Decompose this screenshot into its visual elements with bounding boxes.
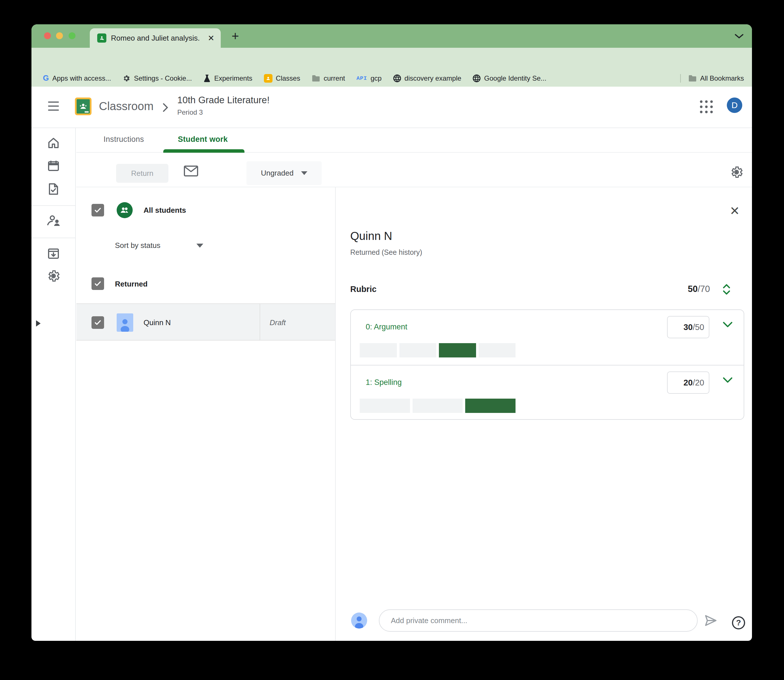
globe-icon xyxy=(393,74,401,82)
classroom-header: Classroom 10th Grade Literature! Period … xyxy=(31,87,752,128)
folder-icon xyxy=(312,75,320,82)
bookmark-item[interactable]: Experiments xyxy=(203,74,252,82)
browser-tabstrip: Romeo and Juliet analysis. ✕ + xyxy=(31,24,752,48)
classroom-logo-icon[interactable] xyxy=(75,98,91,115)
rubric-level-block[interactable] xyxy=(465,398,515,413)
returned-checkbox[interactable] xyxy=(91,277,104,290)
new-tab-button[interactable]: + xyxy=(231,31,239,41)
bookmark-item[interactable]: discovery example xyxy=(393,74,461,82)
grading-settings-gear-icon[interactable] xyxy=(730,165,743,179)
sort-label: Sort by status xyxy=(115,241,161,250)
navigation-rail xyxy=(31,128,76,641)
bookmark-item[interactable]: API gcp xyxy=(357,74,382,82)
rubric-level-block[interactable] xyxy=(439,343,476,357)
google-apps-grid-icon[interactable] xyxy=(700,101,713,113)
home-icon[interactable] xyxy=(47,136,60,150)
classroom-favicon-icon xyxy=(97,33,106,42)
all-students-checkbox[interactable] xyxy=(91,204,104,216)
student-avatar xyxy=(116,313,133,332)
table-divider xyxy=(260,304,260,340)
chevron-down-icon xyxy=(197,244,203,248)
maximize-window-button[interactable] xyxy=(69,32,76,39)
rubric-level-block[interactable] xyxy=(479,343,516,357)
bookmark-item[interactable]: Google Identity Se... xyxy=(472,74,546,82)
chevron-down-icon xyxy=(301,171,307,175)
browser-toolbar: classroom.google.com/u/0/c/NjEyMDI4ODIxM… xyxy=(31,48,752,71)
expand-collapse-all-icon[interactable] xyxy=(721,283,732,296)
close-window-button[interactable] xyxy=(44,32,51,39)
tab-search-chevron-icon[interactable] xyxy=(734,33,744,39)
google-g-icon: G xyxy=(43,74,49,83)
main-menu-icon[interactable] xyxy=(48,102,59,111)
rubric-level-block[interactable] xyxy=(400,343,437,357)
to-review-icon[interactable] xyxy=(47,182,60,196)
rubric-level-blocks[interactable] xyxy=(360,343,515,357)
all-students-row: All students xyxy=(76,197,335,224)
course-period: Period 3 xyxy=(177,109,270,116)
help-icon[interactable]: ? xyxy=(732,616,745,630)
student-checkbox[interactable] xyxy=(91,316,104,329)
active-tab-underline xyxy=(163,149,244,153)
rubric-level-block[interactable] xyxy=(360,343,397,357)
classroom-yellow-icon xyxy=(264,74,272,83)
sort-dropdown[interactable]: Sort by status xyxy=(115,241,203,250)
all-bookmarks-button[interactable]: All Bookmarks xyxy=(688,74,744,82)
grade-filter-value: Ungraded xyxy=(261,169,293,178)
rubric-card: 0: Argument 30/50 1: Spelling 20/20 xyxy=(350,309,744,420)
chevron-down-icon[interactable] xyxy=(722,321,734,329)
tab-close-icon[interactable]: ✕ xyxy=(208,33,214,43)
bookmarks-separator xyxy=(680,74,681,83)
grading-detail-panel: ✕ Quinn N Returned (See history) Rubric … xyxy=(336,187,752,641)
course-title: 10th Grade Literature! xyxy=(177,94,270,105)
bookmark-item[interactable]: Settings - Cookie... xyxy=(122,74,192,82)
student-name: Quinn N xyxy=(143,318,171,327)
all-students-label[interactable]: All students xyxy=(143,206,186,215)
close-icon[interactable]: ✕ xyxy=(730,205,740,217)
return-button[interactable]: Return xyxy=(116,164,168,183)
all-students-avatar-icon xyxy=(116,202,133,218)
browser-tab[interactable]: Romeo and Juliet analysis. ✕ xyxy=(90,28,221,48)
grade-filter-dropdown[interactable]: Ungraded xyxy=(246,161,322,185)
criterion-score-input[interactable]: 20/20 xyxy=(667,371,709,394)
expand-rail-arrow-icon[interactable] xyxy=(36,320,41,327)
flask-icon xyxy=(203,74,211,82)
app-name[interactable]: Classroom xyxy=(99,100,154,113)
account-avatar[interactable]: D xyxy=(727,98,742,113)
breadcrumb-chevron-icon xyxy=(162,103,169,112)
send-icon[interactable] xyxy=(704,613,718,628)
criterion-score-input[interactable]: 30/50 xyxy=(667,316,709,338)
breadcrumb[interactable]: 10th Grade Literature! Period 3 xyxy=(177,94,270,116)
student-status: Draft xyxy=(270,318,286,327)
calendar-icon[interactable] xyxy=(47,159,60,173)
rubric-total-score: 50/70 xyxy=(688,284,710,294)
bookmark-item[interactable]: current xyxy=(312,74,345,82)
app-body: Instructions Student work Return Ungrade… xyxy=(31,128,752,641)
bookmark-item[interactable]: G Apps with access... xyxy=(43,74,111,83)
chevron-down-icon[interactable] xyxy=(722,376,734,384)
selected-student-name: Quinn N xyxy=(350,230,392,242)
rubric-level-blocks[interactable] xyxy=(360,398,515,413)
email-icon[interactable] xyxy=(184,165,198,177)
criterion-name[interactable]: 0: Argument xyxy=(366,323,408,331)
grading-toolbar: Return Ungraded xyxy=(76,153,752,187)
tab-instructions[interactable]: Instructions xyxy=(104,135,144,144)
private-comment-input[interactable] xyxy=(379,609,697,632)
rubric-title: Rubric xyxy=(350,285,376,294)
student-row[interactable]: Quinn N Draft xyxy=(76,304,335,341)
returned-group-row: Returned xyxy=(76,277,335,290)
returned-group-label: Returned xyxy=(115,280,148,288)
archive-icon[interactable] xyxy=(47,247,60,261)
gear-icon xyxy=(122,74,131,82)
rubric-level-block[interactable] xyxy=(412,398,463,413)
rubric-criterion: 0: Argument 30/50 xyxy=(351,310,744,365)
teaching-people-icon[interactable] xyxy=(47,214,60,228)
criterion-name[interactable]: 1: Spelling xyxy=(366,378,402,387)
rubric-level-block[interactable] xyxy=(360,398,410,413)
settings-gear-icon[interactable] xyxy=(47,269,60,283)
tab-title: Romeo and Juliet analysis. xyxy=(111,34,204,42)
tab-student-work[interactable]: Student work xyxy=(178,135,228,144)
bookmark-item[interactable]: Classes xyxy=(264,74,300,83)
minimize-window-button[interactable] xyxy=(56,32,63,39)
submission-status[interactable]: Returned (See history) xyxy=(350,248,422,257)
main-area: Instructions Student work Return Ungrade… xyxy=(76,128,752,641)
